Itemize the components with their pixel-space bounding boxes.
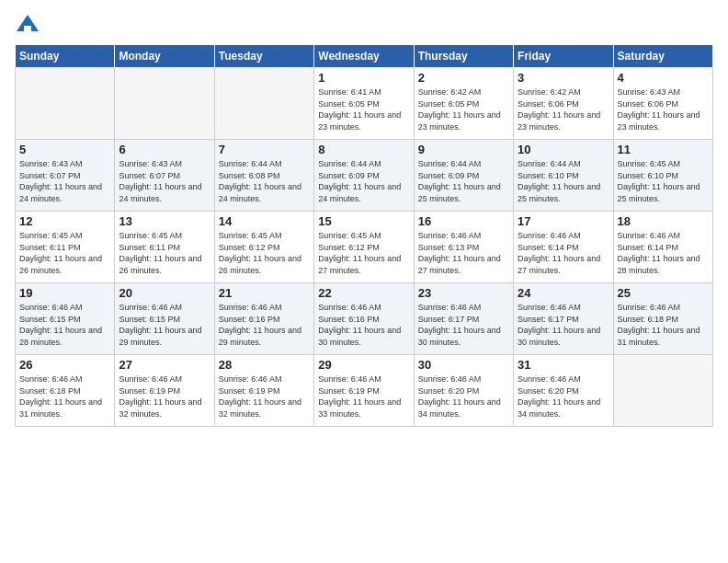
calendar-cell: 9Sunrise: 6:44 AMSunset: 6:09 PMDaylight…	[414, 140, 513, 212]
day-info: Sunrise: 6:43 AMSunset: 6:07 PMDaylight:…	[19, 158, 110, 204]
day-info: Sunrise: 6:46 AMSunset: 6:16 PMDaylight:…	[219, 302, 310, 348]
calendar-cell: 8Sunrise: 6:44 AMSunset: 6:09 PMDaylight…	[314, 140, 414, 212]
calendar-cell: 24Sunrise: 6:46 AMSunset: 6:17 PMDayligh…	[514, 283, 613, 355]
calendar-week-row: 1Sunrise: 6:41 AMSunset: 6:05 PMDaylight…	[16, 68, 713, 140]
calendar-cell: 1Sunrise: 6:41 AMSunset: 6:05 PMDaylight…	[314, 68, 414, 140]
day-number: 27	[119, 358, 210, 372]
calendar-cell: 10Sunrise: 6:44 AMSunset: 6:10 PMDayligh…	[514, 140, 613, 212]
day-number: 6	[119, 143, 210, 156]
calendar-week-row: 12Sunrise: 6:45 AMSunset: 6:11 PMDayligh…	[16, 212, 713, 283]
day-info: Sunrise: 6:45 AMSunset: 6:11 PMDaylight:…	[19, 230, 110, 276]
day-info: Sunrise: 6:46 AMSunset: 6:14 PMDaylight:…	[618, 230, 709, 276]
svg-rect-1	[24, 26, 31, 31]
weekday-header-monday: Monday	[115, 45, 214, 68]
calendar-cell: 22Sunrise: 6:46 AMSunset: 6:16 PMDayligh…	[314, 283, 414, 355]
day-number: 16	[418, 214, 509, 228]
calendar-cell: 5Sunrise: 6:43 AMSunset: 6:07 PMDaylight…	[16, 140, 115, 212]
calendar-cell: 21Sunrise: 6:46 AMSunset: 6:16 PMDayligh…	[214, 283, 313, 355]
calendar-cell: 31Sunrise: 6:46 AMSunset: 6:20 PMDayligh…	[514, 355, 613, 427]
weekday-header-friday: Friday	[514, 45, 613, 68]
calendar-cell: 4Sunrise: 6:43 AMSunset: 6:06 PMDaylight…	[613, 68, 712, 140]
day-number: 25	[618, 286, 709, 300]
weekday-header-wednesday: Wednesday	[314, 45, 414, 68]
day-info: Sunrise: 6:41 AMSunset: 6:05 PMDaylight:…	[318, 86, 409, 132]
day-info: Sunrise: 6:46 AMSunset: 6:17 PMDaylight:…	[418, 302, 509, 348]
calendar-cell: 27Sunrise: 6:46 AMSunset: 6:19 PMDayligh…	[115, 355, 214, 427]
day-info: Sunrise: 6:46 AMSunset: 6:16 PMDaylight:…	[318, 302, 409, 348]
weekday-header-row: SundayMondayTuesdayWednesdayThursdayFrid…	[16, 45, 713, 68]
weekday-header-thursday: Thursday	[414, 45, 513, 68]
day-info: Sunrise: 6:44 AMSunset: 6:09 PMDaylight:…	[418, 158, 509, 204]
calendar-cell	[613, 355, 712, 427]
day-number: 12	[19, 214, 110, 228]
day-info: Sunrise: 6:46 AMSunset: 6:15 PMDaylight:…	[119, 302, 210, 348]
day-info: Sunrise: 6:46 AMSunset: 6:15 PMDaylight:…	[19, 302, 110, 348]
day-info: Sunrise: 6:45 AMSunset: 6:12 PMDaylight:…	[219, 230, 310, 276]
calendar-table: SundayMondayTuesdayWednesdayThursdayFrid…	[15, 44, 713, 427]
calendar-cell: 11Sunrise: 6:45 AMSunset: 6:10 PMDayligh…	[613, 140, 712, 212]
day-info: Sunrise: 6:46 AMSunset: 6:14 PMDaylight:…	[518, 230, 609, 276]
calendar-cell: 26Sunrise: 6:46 AMSunset: 6:18 PMDayligh…	[16, 355, 115, 427]
day-number: 30	[418, 358, 509, 372]
logo-icon	[15, 13, 40, 39]
calendar-cell: 2Sunrise: 6:42 AMSunset: 6:05 PMDaylight…	[414, 68, 513, 140]
day-number: 15	[318, 214, 409, 228]
day-info: Sunrise: 6:46 AMSunset: 6:18 PMDaylight:…	[618, 302, 709, 348]
header	[15, 9, 713, 39]
day-number: 13	[119, 214, 210, 228]
day-number: 18	[618, 214, 709, 228]
day-number: 26	[19, 358, 110, 372]
day-number: 22	[318, 286, 409, 300]
day-number: 29	[318, 358, 409, 372]
day-info: Sunrise: 6:43 AMSunset: 6:07 PMDaylight:…	[119, 158, 210, 204]
page: SundayMondayTuesdayWednesdayThursdayFrid…	[0, 0, 728, 563]
weekday-header-saturday: Saturday	[613, 45, 712, 68]
day-info: Sunrise: 6:43 AMSunset: 6:06 PMDaylight:…	[618, 86, 709, 132]
day-number: 14	[219, 214, 310, 228]
day-info: Sunrise: 6:46 AMSunset: 6:18 PMDaylight:…	[19, 373, 110, 419]
calendar-cell: 25Sunrise: 6:46 AMSunset: 6:18 PMDayligh…	[613, 283, 712, 355]
day-info: Sunrise: 6:45 AMSunset: 6:10 PMDaylight:…	[618, 158, 709, 204]
day-info: Sunrise: 6:45 AMSunset: 6:11 PMDaylight:…	[119, 230, 210, 276]
day-number: 31	[518, 358, 609, 372]
calendar-cell	[115, 68, 214, 140]
day-number: 3	[518, 71, 609, 85]
calendar-cell: 16Sunrise: 6:46 AMSunset: 6:13 PMDayligh…	[414, 212, 513, 283]
day-info: Sunrise: 6:46 AMSunset: 6:19 PMDaylight:…	[119, 373, 210, 419]
calendar-cell: 20Sunrise: 6:46 AMSunset: 6:15 PMDayligh…	[115, 283, 214, 355]
calendar-week-row: 26Sunrise: 6:46 AMSunset: 6:18 PMDayligh…	[16, 355, 713, 427]
calendar-cell	[16, 68, 115, 140]
day-number: 21	[219, 286, 310, 300]
calendar-cell: 7Sunrise: 6:44 AMSunset: 6:08 PMDaylight…	[214, 140, 313, 212]
calendar-cell: 19Sunrise: 6:46 AMSunset: 6:15 PMDayligh…	[16, 283, 115, 355]
calendar-cell: 30Sunrise: 6:46 AMSunset: 6:20 PMDayligh…	[414, 355, 513, 427]
day-number: 9	[418, 143, 509, 156]
calendar-cell: 12Sunrise: 6:45 AMSunset: 6:11 PMDayligh…	[16, 212, 115, 283]
day-number: 10	[518, 143, 609, 156]
day-number: 19	[19, 286, 110, 300]
day-info: Sunrise: 6:42 AMSunset: 6:06 PMDaylight:…	[518, 86, 609, 132]
day-number: 17	[518, 214, 609, 228]
day-info: Sunrise: 6:46 AMSunset: 6:20 PMDaylight:…	[418, 373, 509, 419]
day-number: 24	[518, 286, 609, 300]
day-info: Sunrise: 6:42 AMSunset: 6:05 PMDaylight:…	[418, 86, 509, 132]
day-number: 5	[19, 143, 110, 156]
calendar-cell: 6Sunrise: 6:43 AMSunset: 6:07 PMDaylight…	[115, 140, 214, 212]
weekday-header-sunday: Sunday	[16, 45, 115, 68]
calendar-cell: 18Sunrise: 6:46 AMSunset: 6:14 PMDayligh…	[613, 212, 712, 283]
calendar-cell: 3Sunrise: 6:42 AMSunset: 6:06 PMDaylight…	[514, 68, 613, 140]
weekday-header-tuesday: Tuesday	[214, 45, 313, 68]
calendar-cell: 23Sunrise: 6:46 AMSunset: 6:17 PMDayligh…	[414, 283, 513, 355]
calendar-cell: 14Sunrise: 6:45 AMSunset: 6:12 PMDayligh…	[214, 212, 313, 283]
day-info: Sunrise: 6:44 AMSunset: 6:09 PMDaylight:…	[318, 158, 409, 204]
calendar-cell	[214, 68, 313, 140]
day-info: Sunrise: 6:46 AMSunset: 6:17 PMDaylight:…	[518, 302, 609, 348]
day-info: Sunrise: 6:45 AMSunset: 6:12 PMDaylight:…	[318, 230, 409, 276]
calendar-cell: 15Sunrise: 6:45 AMSunset: 6:12 PMDayligh…	[314, 212, 414, 283]
day-info: Sunrise: 6:46 AMSunset: 6:13 PMDaylight:…	[418, 230, 509, 276]
day-number: 8	[318, 143, 409, 156]
day-info: Sunrise: 6:46 AMSunset: 6:20 PMDaylight:…	[518, 373, 609, 419]
day-info: Sunrise: 6:44 AMSunset: 6:08 PMDaylight:…	[219, 158, 310, 204]
day-number: 28	[219, 358, 310, 372]
day-number: 1	[318, 71, 409, 85]
